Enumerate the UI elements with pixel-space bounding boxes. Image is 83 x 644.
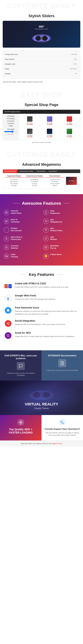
feature-item-7: Quick Shop & Cloud Zoom — [4, 236, 40, 241]
slider-controls: Change Slide every 5 seconds Slide trans… — [3, 50, 80, 78]
svg-marker-12 — [45, 229, 47, 231]
slider-description: Choose the fonts, colors slider control … — [3, 81, 80, 84]
ajax-label: ajax add to cart & quick view — [3, 142, 80, 143]
product-img-4 — [27, 129, 32, 134]
docs-panel-desc: Learn how to use VIRTUE from our User Gu… — [44, 369, 80, 372]
awesome-features-section: Awesome Features Powerful Admin Panel — [0, 194, 83, 266]
google-icon-wrapper: g — [4, 294, 12, 302]
social-icon-wrapper — [4, 320, 12, 328]
support-panel: OUR EXPERTS WILL solve your problems Con… — [0, 350, 42, 380]
slider-preview: 360° Re-imaging the world — [3, 21, 80, 48]
control-row-3: Navigation style Arrow — [5, 62, 78, 66]
html5-css3-icon: H5 C3 — [5, 284, 12, 288]
megamenu-col-1: Augmented Reality AR Glasses AR Software… — [5, 175, 23, 187]
svg-point-11 — [47, 222, 47, 222]
seo-icon-wrapper — [4, 332, 12, 340]
price-range-slider[interactable] — [4, 130, 18, 133]
bg-text-customize: Customize Easily — [0, 0, 83, 10]
vr-banner-section: VIRTUAL REALITY Shopify Theme — [0, 380, 83, 415]
shop-main: VR Pro X1 Rs.12890 VR Go Mini Rs.8500 VR… — [19, 114, 80, 140]
svg-point-25 — [7, 323, 8, 324]
feature-item-2: Fully Responsive — [43, 210, 79, 215]
sliders-title: Stylish Sliders — [3, 14, 80, 18]
seo-feature-panel: Top Quality SEO +FASTER LOADING — [0, 415, 42, 440]
key-features-divider: Key Features — [3, 272, 80, 277]
svg-rect-20 — [5, 255, 7, 256]
feature-icon-newsletter — [43, 245, 49, 250]
key-features-section: Key Features H5 C3 Coded with HTML5 & CS… — [0, 266, 83, 350]
product-card-1: VR Pro X1 Rs.12890 — [20, 115, 39, 126]
product-img-3 — [67, 116, 72, 122]
awesome-features-title: Awesome Features — [22, 201, 61, 206]
footer-text: Need any help? Just submit a ticket to o… — [21, 442, 62, 444]
nav-item-3[interactable]: Fully Animated — [35, 170, 47, 173]
google-icon: g — [5, 295, 12, 302]
footer-bar: Need any help? Just submit a ticket to o… — [0, 440, 83, 446]
support-feature-title: Friendly Support Have Questions? — [44, 428, 81, 430]
feature-item-6: Ajax Product Filters — [43, 227, 79, 233]
footer-content: Need any help? Just submit a ticket to o… — [0, 440, 83, 446]
html5-icon-wrapper: H5 C3 — [4, 282, 12, 290]
feature-item-10: Newsletter Pop-up — [43, 245, 79, 250]
bg-text-shop: Easy Shop — [0, 89, 83, 98]
vr-banner: VIRTUAL REALITY Shopify Theme — [0, 380, 83, 415]
svg-point-23 — [7, 256, 8, 257]
shop-title: Special Shop Page — [3, 103, 80, 107]
megamenu-col-3: Fully Animated Animation Tools 3D Render… — [46, 175, 64, 187]
svg-point-2 — [35, 36, 41, 41]
docs-panel: EXTENSIVE Documentation Learn how to use… — [42, 350, 83, 380]
feature-icon-wishlist — [43, 236, 49, 241]
sidebar-item-2: VR Headsets — [4, 118, 18, 120]
shop-header: 3D VR Headset Store — [3, 110, 80, 114]
feature-icon-responsive — [43, 210, 49, 215]
nav-item-2[interactable]: Comprehensive Reality — [18, 170, 35, 173]
feature-item-5: ··· Product Owl carousel — [4, 227, 40, 233]
support-forum-link[interactable]: Support Forum — [51, 442, 62, 444]
seo-feature-icon — [17, 419, 24, 426]
sidebar-item-3: Accessories — [4, 120, 18, 122]
product-img-6 — [67, 129, 72, 134]
vr-banner-title: VIRTUAL REALITY — [25, 402, 58, 406]
key-feature-html5: H5 C3 Coded with HTML5 & CSS3 Coded with… — [3, 282, 80, 290]
svg-point-3 — [42, 36, 48, 41]
svg-line-27 — [8, 324, 9, 324]
feature-icon-zoom — [4, 236, 9, 241]
key-features-title: Key Features — [29, 272, 54, 277]
feature-icon-filters — [43, 227, 49, 233]
key-feature-fontawesome: Font-Awesome Icons Awesome collection of… — [3, 306, 80, 316]
sidebar-item-5: Cables — [4, 125, 18, 127]
svg-point-29 — [7, 334, 9, 336]
sidebar-item-4: Controllers — [4, 122, 18, 125]
svg-point-10 — [46, 222, 46, 222]
svg-line-14 — [7, 239, 7, 240]
product-img-1 — [27, 116, 32, 122]
feature-item-4: Ajax Shopping Cart — [43, 218, 79, 224]
divider-line-right — [63, 203, 70, 204]
product-card-3: VR Elite Rs.15000 — [60, 115, 79, 126]
control-row-5: Autoplay Yes — [5, 72, 78, 76]
megamenu-preview: Augmented Reality Comprehensive Reality … — [3, 169, 80, 189]
control-row-1: Change Slide every 5 seconds — [5, 52, 78, 56]
svg-point-26 — [9, 324, 9, 325]
feature-icon-admin — [4, 210, 9, 215]
shop-sidebar: All Products VR Headsets Accessories Con… — [3, 114, 19, 140]
vr-banner-subtitle: Shopify Theme — [25, 407, 58, 410]
svg-rect-4 — [40, 37, 43, 40]
feature-item-9: Currency Switcher — [4, 245, 40, 250]
svg-rect-5 — [6, 212, 8, 214]
slider-inner: 360° Re-imaging the world — [3, 21, 80, 48]
key-divider-line-left — [20, 274, 27, 275]
feature-item-3: Easy To Customize — [4, 218, 40, 224]
control-row-4: Height Full Screen — [5, 67, 78, 71]
nav-item-4[interactable]: Sound Based — [47, 170, 58, 173]
product-img-5 — [47, 129, 52, 134]
megamenu-nav: Augmented Reality Comprehensive Reality … — [3, 170, 80, 173]
nav-item-1[interactable]: Augmented Reality — [3, 170, 18, 173]
feature-icon-more: 😊 — [43, 254, 49, 259]
vr-banner-content: VIRTUAL REALITY Shopify Theme — [25, 386, 58, 410]
support-panel-title: OUR EXPERTS WILL solve your problems — [3, 354, 39, 360]
megamenu-col-2: Comprehensive Reality CR Headsets CR Pla… — [25, 175, 44, 187]
megamenu-title: Advanced Megamenu — [3, 162, 80, 167]
shop-preview: 3D VR Headset Store All Products VR Head… — [3, 110, 80, 140]
support-docs-section: OUR EXPERTS WILL solve your problems Con… — [0, 350, 83, 380]
